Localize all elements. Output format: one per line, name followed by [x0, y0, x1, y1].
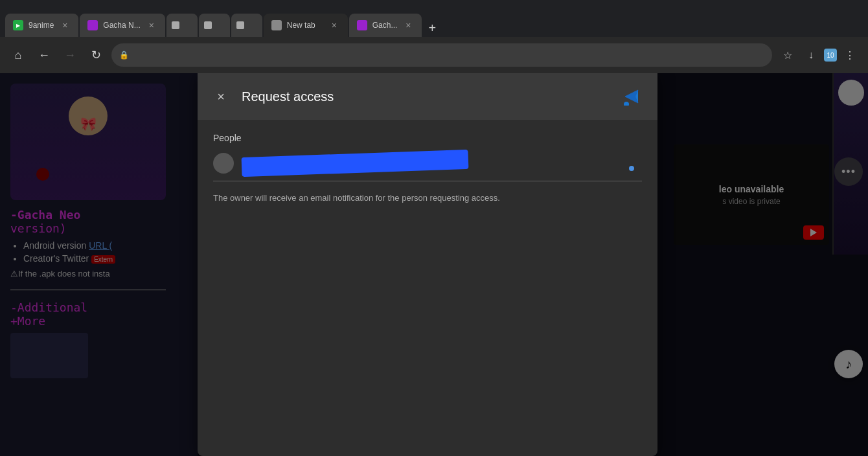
close-icon: × — [217, 89, 225, 104]
tab-gacha-n[interactable]: Gacha N... × — [80, 14, 165, 37]
reload-button[interactable]: ↻ — [86, 45, 106, 65]
user-avatar — [213, 153, 234, 174]
modal-close-button[interactable]: × — [211, 86, 231, 107]
browser-frame: ▶ 9anime × Gacha N... × New tab × — [0, 0, 868, 456]
tab-new-tab-close[interactable]: × — [328, 19, 340, 31]
request-access-modal: × Request access — [198, 73, 657, 456]
modal-send-button[interactable] — [619, 84, 645, 109]
home-button[interactable]: ⌂ — [8, 45, 29, 65]
tab-generic-3[interactable] — [231, 14, 262, 37]
tab-gach-label: Gach... — [372, 21, 398, 30]
lock-icon: 🔒 — [119, 51, 129, 60]
forward-icon: → — [64, 49, 76, 62]
tab-gach-close[interactable]: × — [402, 19, 414, 31]
people-input-row — [213, 151, 642, 181]
star-icon: ☆ — [783, 49, 792, 62]
modal-body: People The owner will receive an email n… — [198, 120, 657, 218]
tab-9anime-label: 9anime — [29, 21, 54, 30]
people-label: People — [213, 133, 642, 143]
send-icon — [622, 87, 641, 106]
download-button[interactable]: ↓ — [801, 45, 821, 65]
nav-right-actions: ☆ ↓ 10 ⋮ — [777, 45, 860, 65]
back-button[interactable]: ← — [34, 45, 54, 65]
tab-9anime[interactable]: ▶ 9anime × — [5, 14, 78, 37]
modal-header: × Request access — [198, 73, 657, 120]
svg-point-2 — [624, 102, 629, 106]
back-icon: ← — [38, 49, 50, 62]
blue-dot-indicator — [629, 166, 634, 171]
page-content: 🎀 -Gacha Neo version) Android version UR… — [0, 73, 868, 456]
extensions-badge[interactable]: 10 — [824, 49, 837, 62]
modal-overlay: × Request access — [0, 73, 868, 456]
tab-new-tab-label: New tab — [287, 21, 323, 30]
notification-text: The owner will receive an email notifica… — [213, 192, 642, 205]
tab-gacha-n-label: Gacha N... — [103, 21, 140, 30]
modal-title: Request access — [242, 89, 608, 104]
menu-icon: ⋮ — [845, 49, 855, 62]
download-icon: ↓ — [808, 49, 814, 61]
new-tab-button[interactable]: + — [423, 19, 441, 37]
tab-bar: ▶ 9anime × Gacha N... × New tab × — [0, 0, 868, 37]
bookmark-button[interactable]: ☆ — [777, 45, 798, 65]
home-icon: ⌂ — [15, 49, 22, 62]
tab-gach[interactable]: Gach... × — [349, 14, 422, 37]
address-bar[interactable]: 🔒 — [111, 43, 772, 67]
reload-icon: ↻ — [91, 48, 101, 62]
tab-gacha-n-close[interactable]: × — [146, 19, 157, 31]
tab-new-tab[interactable]: New tab × — [264, 14, 348, 37]
forward-button[interactable]: → — [60, 45, 80, 65]
tab-generic-1[interactable] — [166, 14, 198, 37]
name-scribble-redaction — [242, 150, 469, 177]
menu-button[interactable]: ⋮ — [839, 45, 860, 65]
nav-bar: ⌂ ← → ↻ 🔒 ☆ ↓ 10 ⋮ — [0, 37, 868, 73]
tab-generic-2[interactable] — [199, 14, 230, 37]
tab-9anime-close[interactable]: × — [59, 19, 71, 31]
